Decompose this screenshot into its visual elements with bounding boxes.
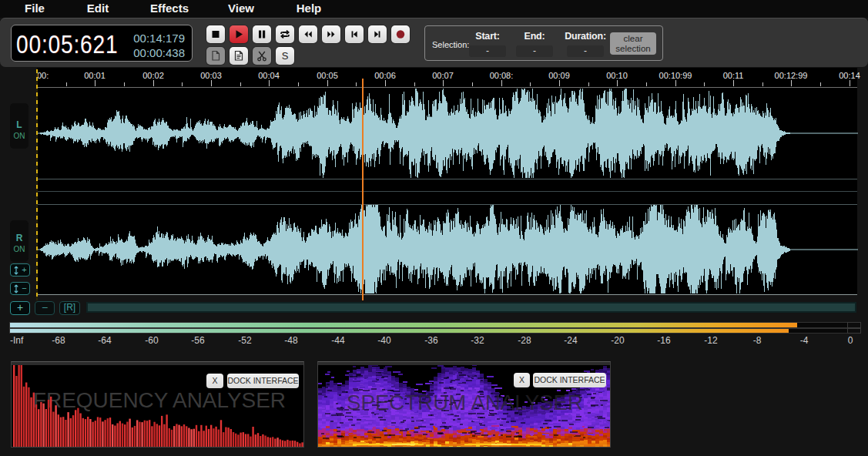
svg-text:SPECTRUM ANALYSER: SPECTRUM ANALYSER [347, 391, 583, 414]
svg-text:FREQUENCY ANALYSER: FREQUENCY ANALYSER [33, 389, 286, 412]
